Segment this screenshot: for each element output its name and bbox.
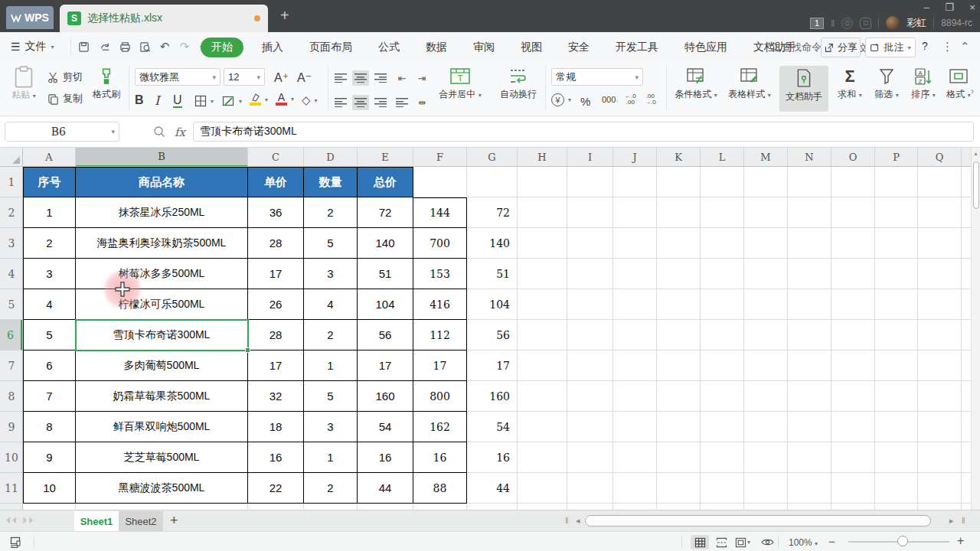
cell-price[interactable]: 32 [248,381,304,412]
cell-no[interactable]: 4 [23,289,76,320]
cell-f-value[interactable]: 700 [413,228,467,259]
collapse-ribbon-icon[interactable]: ⌃ [960,40,970,54]
row-header-11[interactable]: 11 [0,473,23,504]
vertical-scrollbar[interactable]: ▲ [971,148,980,510]
decrease-font-icon[interactable]: A⁻ [297,70,312,85]
column-header-O[interactable]: O [831,148,875,167]
wps-menu-button[interactable]: WPS [6,6,54,29]
cell-total[interactable]: 56 [358,320,413,350]
fill-handle[interactable] [245,347,250,353]
font-size-select[interactable]: 12▾ [224,68,265,86]
hsplit-handle-right[interactable]: ‖ [962,516,965,525]
cell-price[interactable]: 16 [248,442,304,473]
column-header-D[interactable]: D [304,148,358,167]
sum-button[interactable]: Σ 求和 ▾ [833,67,867,101]
align-left-button[interactable] [332,95,349,110]
percent-style-icon[interactable]: % [580,95,590,108]
cell-total[interactable]: 72 [358,197,413,228]
underline-button[interactable]: U [173,93,182,108]
cell-price[interactable]: 36 [248,197,304,228]
cell-price[interactable]: 28 [248,320,304,350]
cell-product-name[interactable]: 多肉葡萄500ML [76,350,248,381]
borders-button[interactable]: ▾ [194,95,214,107]
cell-f-value[interactable]: 144 [413,197,467,228]
zoom-in-icon[interactable]: + [957,534,964,548]
align-bottom-button[interactable] [372,70,389,86]
cell-product-name[interactable]: 奶霜草莓果茶500ML [76,381,248,412]
cell-g-value[interactable]: 56 [467,320,518,350]
cell-f-value[interactable]: 416 [413,289,467,320]
cell-g-value[interactable]: 104 [467,289,518,320]
cell-no[interactable]: 2 [23,228,76,259]
cell-g-value[interactable]: 16 [467,442,518,473]
ribbon-tab-安全[interactable]: 安全 [560,37,597,57]
cell-f-value[interactable]: 153 [413,259,467,289]
close-button[interactable]: × [965,2,980,13]
cell-total[interactable]: 44 [358,473,413,504]
paste-button[interactable]: 粘贴 ▾ [6,66,41,102]
undo-icon[interactable]: ↶ [156,39,173,54]
header-cell-total[interactable]: 总价 [358,167,413,197]
print-icon[interactable] [116,39,133,54]
doc-assistant-button[interactable]: 文档助手 [779,66,828,112]
ribbon-tab-开发工具[interactable]: 开发工具 [608,37,666,57]
cell-f-value[interactable]: 17 [413,350,467,381]
cell-product-name[interactable]: 树莓冰多多500ML [76,259,248,289]
ribbon-tab-数据[interactable]: 数据 [418,37,455,57]
merge-center-button[interactable]: T 合并居中 ▾ [427,67,493,101]
row-header-3[interactable]: 3 [0,228,23,259]
header-cell-qty[interactable]: 数量 [304,167,358,197]
cell-price[interactable]: 18 [248,412,304,442]
column-header-L[interactable]: L [701,148,744,167]
align-center-button[interactable] [352,95,369,110]
cell-no[interactable]: 8 [23,412,76,442]
conditional-format-button[interactable]: 条件格式 ▾ [671,67,721,101]
header-cell-price[interactable]: 单价 [248,167,304,197]
help-icon[interactable]: ? [922,40,928,52]
zoom-out-icon[interactable]: − [828,535,835,548]
column-header-C[interactable]: C [248,148,304,167]
horizontal-scroll-thumb[interactable] [585,515,931,527]
window-count-badge[interactable]: 1 [810,18,824,29]
cell-price[interactable]: 17 [248,350,304,381]
ribbon-tab-插入[interactable]: 插入 [254,37,291,57]
cell-total[interactable]: 17 [358,350,413,381]
cell-qty[interactable]: 1 [304,350,358,381]
cell-qty[interactable]: 5 [304,228,358,259]
eraser-button[interactable]: ◇▾ [302,93,318,107]
filter-button[interactable]: 筛选 ▾ [870,67,903,101]
normal-view-icon[interactable] [691,535,709,549]
apps-icon[interactable]: ⊡ [860,18,871,29]
formula-input[interactable]: 雪顶卡布奇诺300ML [193,122,974,142]
cell-product-name[interactable]: 鲜百果双响炮500ML [76,412,248,442]
format-button[interactable]: 格式 ▾ [943,67,974,101]
table-style-button[interactable]: 表格样式 ▾ [724,67,775,101]
column-header-M[interactable]: M [744,148,788,167]
row-header-8[interactable]: 8 [0,381,23,412]
hscroll-right-icon[interactable]: ▸ [949,516,954,526]
cell-price[interactable]: 17 [248,259,304,289]
cell-price[interactable]: 28 [248,228,304,259]
align-right-button[interactable] [372,95,389,110]
italic-button[interactable]: I [155,93,159,108]
sort-button[interactable]: AZ 排序 ▾ [906,67,940,101]
cell-g-value[interactable]: 160 [467,381,518,412]
cell-g-value[interactable]: 72 [467,197,518,228]
align-middle-button[interactable] [352,70,369,86]
align-top-button[interactable] [332,70,349,86]
row-header-5[interactable]: 5 [0,289,23,320]
vertical-scroll-thumb[interactable] [973,161,979,209]
cell-mode-icon[interactable] [8,535,26,549]
column-header-J[interactable]: J [613,148,657,167]
column-header-H[interactable]: H [518,148,567,167]
export-icon[interactable] [96,39,113,54]
decrease-indent-button[interactable]: ⇤ [394,70,410,86]
increase-font-icon[interactable]: A⁺ [274,70,289,85]
highlight-color-button[interactable]: ▾ [250,93,268,106]
magnifier-icon[interactable] [153,126,165,138]
fx-icon[interactable]: fx [175,126,185,139]
ribbon-tab-开始[interactable]: 开始 [201,37,243,57]
reading-view-icon[interactable] [758,535,776,549]
avatar[interactable] [886,16,900,30]
increase-decimal-icon[interactable]: ←.0.00 [625,93,636,106]
